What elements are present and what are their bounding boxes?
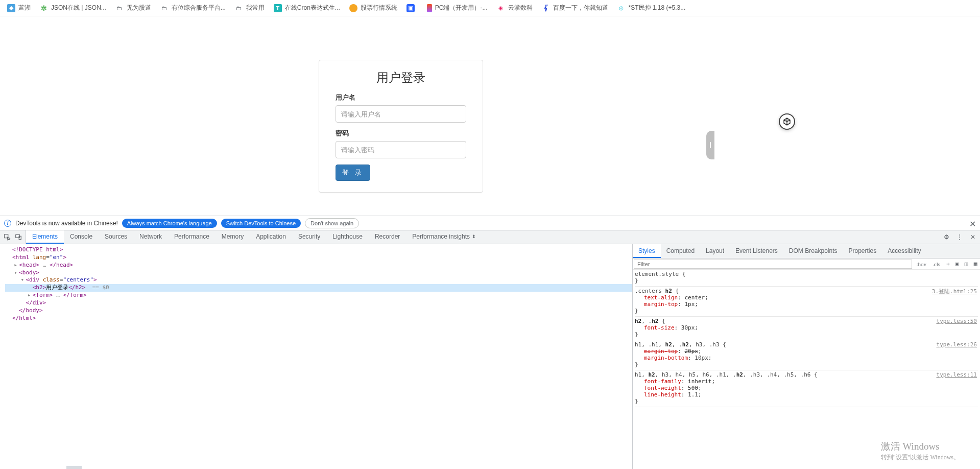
hov-toggle[interactable]: :hov: [913, 261, 929, 267]
css-rules-list[interactable]: element.style {}3.登陆.html:25.centers h2 …: [633, 270, 980, 469]
devtools-tab-memory[interactable]: Memory: [216, 230, 250, 244]
match-language-button[interactable]: Always match Chrome's language: [122, 219, 217, 228]
inspect-element-icon[interactable]: [3, 233, 11, 241]
device-toolbar-icon[interactable]: [14, 233, 22, 241]
rule-source-link[interactable]: 3.登陆.html:25: [932, 288, 977, 295]
dom-line[interactable]: ▾<div class="centers">: [5, 276, 632, 284]
bookmark-label: 蓝湖: [18, 4, 31, 12]
styles-tab-layout[interactable]: Layout: [700, 244, 730, 258]
rule-source-link[interactable]: type.less:26: [937, 341, 977, 348]
rule-source-link[interactable]: type.less:50: [937, 318, 977, 324]
devtools-tab-elements[interactable]: Elements: [26, 230, 64, 244]
elements-dom-tree[interactable]: <!DOCTYPE html> <html lang="en"> ▸<head>…: [0, 244, 633, 469]
side-drawer-handle[interactable]: [706, 131, 714, 159]
bookmark-label: *ST民控 1.18 (+5.3...: [629, 4, 686, 12]
dom-line[interactable]: ▾<body>: [5, 269, 632, 277]
bookmark-item[interactable]: 𝄟百度一下，你就知道: [542, 4, 608, 12]
styles-tab-properties[interactable]: Properties: [843, 244, 882, 258]
devtools-close-icon[interactable]: ✕: [969, 233, 977, 241]
css-rule[interactable]: type.less:50h2, .h2 {font-size: 30px;}: [635, 317, 978, 340]
print-media-icon[interactable]: ▣: [952, 261, 962, 267]
styles-tab-styles[interactable]: Styles: [633, 244, 661, 258]
bookmark-icon: ◆: [7, 4, 15, 12]
css-rule[interactable]: 3.登陆.html:25.centers h2 {text-align: cen…: [635, 287, 978, 317]
styles-filter-row: :hov .cls ＋ ▣ ◫ ▦: [633, 259, 980, 270]
styles-tab-computed[interactable]: Computed: [661, 244, 700, 258]
bookmark-icon: T: [274, 4, 282, 12]
styles-filter-input[interactable]: [634, 260, 912, 269]
bookmarks-bar: ◆蓝湖✲JSON在线 | JSON...🗀无为股道🗀有位综合服务平台...🗀我常…: [0, 0, 980, 16]
bookmark-item[interactable]: ◎*ST民控 1.18 (+5.3...: [617, 4, 686, 12]
devtools-tab-application[interactable]: Application: [250, 230, 292, 244]
username-group: 用户名: [336, 93, 466, 123]
bookmark-label: PC端（开发用）-...: [435, 4, 488, 12]
username-input[interactable]: [336, 105, 466, 123]
dom-line[interactable]: <html lang="en">: [5, 254, 632, 262]
kebab-menu-icon[interactable]: ⋮: [955, 233, 964, 241]
styles-tab-accessibility[interactable]: Accessibility: [882, 244, 926, 258]
login-card: 用户登录 用户名 密码 登 录: [319, 60, 483, 193]
devtools-tabs: ElementsConsoleSourcesNetworkPerformance…: [0, 230, 980, 244]
cls-toggle[interactable]: .cls: [929, 261, 943, 267]
bookmark-item[interactable]: 股票行情系统: [349, 4, 397, 12]
devtools-tab-recorder[interactable]: Recorder: [369, 230, 406, 244]
bookmark-label: 有位综合服务平台...: [172, 4, 226, 12]
dom-line[interactable]: ▸<head> … </head>: [5, 262, 632, 269]
dom-line[interactable]: </div>: [5, 299, 632, 307]
computed-sidebar-icon[interactable]: ◫: [962, 261, 971, 267]
bookmark-icon: ◎: [617, 4, 626, 12]
devtools-tab-sources[interactable]: Sources: [99, 230, 133, 244]
devtools-tab-network[interactable]: Network: [133, 230, 168, 244]
bookmark-label: 云掌数科: [508, 4, 533, 12]
devtools-tab-security[interactable]: Security: [292, 230, 326, 244]
css-rule[interactable]: type.less:11h1, h2, h3, h4, h5, h6, .h1,…: [635, 370, 978, 407]
settings-gear-icon[interactable]: ⚙: [942, 233, 950, 241]
dom-line[interactable]: </html>: [5, 315, 632, 322]
bookmark-item[interactable]: ✲JSON在线 | JSON...: [40, 4, 106, 12]
info-close-icon[interactable]: ✕: [969, 219, 976, 229]
bookmark-icon: ◉: [497, 4, 505, 12]
bookmark-item[interactable]: 🗀无为股道: [115, 4, 151, 12]
bookmark-label: 股票行情系统: [361, 4, 397, 12]
devtools-tab-performance-insights[interactable]: Performance insights ⬍: [406, 230, 482, 244]
login-title: 用户登录: [336, 69, 466, 86]
dont-show-again-button[interactable]: Don't show again: [305, 218, 359, 228]
extension-circle-icon[interactable]: [779, 113, 795, 130]
bookmark-icon: [427, 4, 432, 12]
bookmark-item[interactable]: 🗀有位综合服务平台...: [160, 4, 226, 12]
css-rule[interactable]: type.less:26h1, .h1, h2, .h2, h3, .h3 {m…: [635, 340, 978, 370]
bookmark-icon: 𝄟: [542, 4, 550, 12]
bookmark-icon: 🗀: [115, 4, 124, 12]
css-rule[interactable]: element.style {}: [635, 270, 978, 287]
bookmark-icon: 🗀: [160, 4, 169, 12]
rule-source-link[interactable]: type.less:11: [937, 371, 977, 378]
bookmark-icon: ✲: [40, 4, 48, 12]
styles-more-icon[interactable]: ▦: [971, 261, 980, 267]
dom-line[interactable]: ⋯ <h2>用户登录</h2> == $0: [5, 284, 632, 292]
login-button[interactable]: 登 录: [336, 165, 370, 181]
switch-devtools-chinese-button[interactable]: Switch DevTools to Chinese: [221, 219, 301, 228]
bookmark-icon: 🗀: [235, 4, 243, 12]
bookmark-label: 无为股道: [127, 4, 151, 12]
bookmark-label: JSON在线 | JSON...: [51, 4, 106, 12]
password-input[interactable]: [336, 141, 466, 158]
bookmark-label: 在线Cron表达式生...: [285, 4, 340, 12]
dom-line[interactable]: </body>: [5, 307, 632, 315]
devtools-tab-performance[interactable]: Performance: [168, 230, 216, 244]
bookmark-item[interactable]: 🗀我常用: [235, 4, 265, 12]
bookmark-label: 百度一下，你就知道: [553, 4, 608, 12]
new-style-rule-icon[interactable]: ＋: [943, 260, 952, 268]
bookmark-item[interactable]: ◉云掌数科: [497, 4, 533, 12]
bookmark-item[interactable]: ▣: [407, 4, 418, 12]
bookmark-icon: [349, 4, 357, 12]
bookmark-item[interactable]: PC端（开发用）-...: [427, 4, 488, 12]
bookmark-item[interactable]: ◆蓝湖: [7, 4, 31, 12]
devtools-tab-lighthouse[interactable]: Lighthouse: [326, 230, 369, 244]
dom-line[interactable]: ▸<form> … </form>: [5, 292, 632, 299]
styles-tab-dom-breakpoints[interactable]: DOM Breakpoints: [783, 244, 843, 258]
devtools-tab-console[interactable]: Console: [64, 230, 99, 244]
dom-line[interactable]: <!DOCTYPE html>: [5, 246, 632, 254]
styles-tab-event-listeners[interactable]: Event Listeners: [730, 244, 783, 258]
bookmark-item[interactable]: T在线Cron表达式生...: [274, 4, 340, 12]
info-message: DevTools is now available in Chinese!: [15, 220, 118, 227]
